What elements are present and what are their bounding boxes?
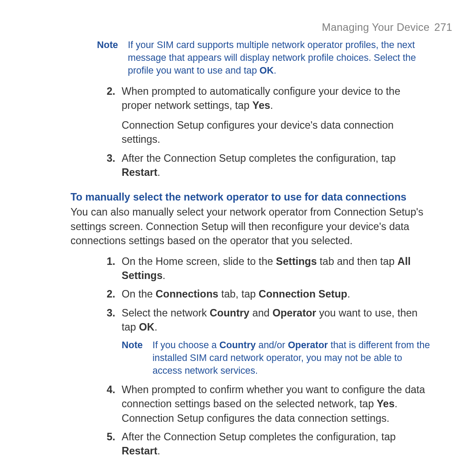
- s4-follow: Connection Setup configures the data con…: [122, 413, 390, 424]
- s1-mid: tab and then tap: [317, 256, 398, 267]
- note2-t1: If you choose a: [152, 340, 219, 350]
- list1-item3: After the Connection Setup completes the…: [94, 151, 432, 180]
- note2-country-bold: Country: [219, 340, 256, 350]
- note1-text-post: .: [274, 65, 276, 76]
- second-ordered-list: On the Home screen, slide to the Setting…: [26, 254, 454, 335]
- s1-pre: On the Home screen, slide to the: [122, 256, 276, 267]
- s2-pre: On the: [122, 288, 156, 300]
- list2-step4: When prompted to confirm whether you wan…: [94, 383, 432, 425]
- list1-item2-yes: Yes: [253, 100, 271, 111]
- s1-post: .: [163, 270, 166, 281]
- s2-connections-bold: Connections: [156, 288, 218, 300]
- note-label: Note: [97, 39, 128, 77]
- s2-post: .: [347, 288, 350, 300]
- s3-pre: Select the network: [122, 307, 210, 319]
- s3-ok-bold: OK: [139, 321, 154, 333]
- list2-step3: Select the network Country and Operator …: [94, 306, 432, 335]
- list1-item2: When prompted to automatically configure…: [94, 84, 432, 147]
- s5-restart-bold: Restart: [122, 445, 157, 457]
- first-ordered-list: When prompted to automatically configure…: [26, 84, 454, 180]
- s4-post: .: [394, 398, 398, 409]
- s3-country-bold: Country: [210, 307, 249, 319]
- s5-post: .: [157, 445, 160, 457]
- list1-item3-post: .: [157, 167, 160, 178]
- page-section-title: Managing Your Device: [322, 21, 429, 33]
- list1-item3-pre: After the Connection Setup completes the…: [122, 152, 396, 164]
- list2-step5: After the Connection Setup completes the…: [94, 430, 432, 458]
- section-paragraph: You can also manually select your networ…: [71, 205, 432, 248]
- note2-label: Note: [122, 339, 152, 377]
- s5-pre: After the Connection Setup completes the…: [122, 431, 396, 443]
- list1-item2-follow: Connection Setup configures your device'…: [122, 118, 432, 147]
- list1-item2-post: .: [270, 100, 273, 111]
- list1-item3-restart: Restart: [122, 167, 157, 178]
- note-country-operator: Note If you choose a Country and/or Oper…: [122, 339, 432, 377]
- note2-text: If you choose a Country and/or Operator …: [152, 339, 432, 377]
- page-number: 271: [434, 21, 452, 33]
- list2-step1: On the Home screen, slide to the Setting…: [94, 254, 432, 283]
- second-ordered-list-cont: When prompted to confirm whether you wan…: [26, 383, 454, 458]
- s3-operator-bold: Operator: [272, 307, 316, 319]
- note-text: If your SIM card supports multiple netwo…: [128, 39, 428, 77]
- note1-ok-bold: OK: [260, 65, 274, 76]
- s1-settings-bold: Settings: [276, 256, 317, 267]
- s4-yes-bold: Yes: [377, 398, 395, 409]
- s3-mid: and: [249, 307, 272, 319]
- note-sim-profiles: Note If your SIM card supports multiple …: [97, 39, 428, 77]
- note2-t2: and/or: [256, 340, 288, 350]
- s2-connsetup-bold: Connection Setup: [259, 288, 347, 300]
- s2-mid: tab, tap: [218, 288, 258, 300]
- document-page: Managing Your Device 271 Note If your SI…: [0, 0, 476, 458]
- section-heading: To manually select the network operator …: [71, 190, 432, 205]
- s3-post: .: [154, 321, 157, 333]
- page-header: Managing Your Device 271: [26, 21, 452, 33]
- note2-operator-bold: Operator: [288, 340, 328, 350]
- list2-step2: On the Connections tab, tap Connection S…: [94, 287, 432, 301]
